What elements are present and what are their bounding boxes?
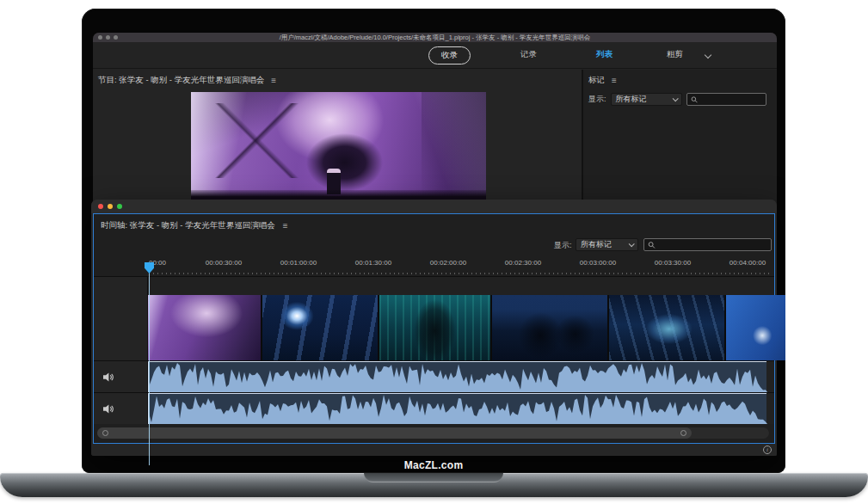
audio-track-2 [94,392,774,424]
window-controls [98,204,122,209]
timeline-window: 时间轴: 张学友 - 吻别 - 学友光年世界巡回演唱会 ≡ 显示: 所有标记 [91,200,777,456]
timeline-navigator-row [94,424,774,443]
timeline-status-bar: i [91,444,777,456]
audio-track-2-lane [148,393,774,424]
playhead-line [149,267,150,465]
panel-menu-icon[interactable]: ≡ [612,76,617,85]
video-track-header[interactable] [94,277,148,360]
zoom-handle-left[interactable] [102,430,108,436]
ruler-tick-label: 00:03:00:00 [580,259,616,267]
zoom-button[interactable] [117,204,122,209]
timeline-zoom-scrollbar[interactable] [97,427,769,439]
timeline-panel-title: 时间轴: 张学友 - 吻别 - 学友光年世界巡回演唱会 [101,220,275,231]
timeline-ruler[interactable]: 00:00 00:00:30:00 00:01:00:00 00:01:30:0… [94,255,774,276]
timeline-audio-clip[interactable] [148,393,766,424]
close-button[interactable] [98,204,103,209]
timeline-video-clip[interactable] [379,295,492,360]
speaker-icon[interactable] [103,372,115,382]
timeline-video-clip[interactable] [609,295,726,360]
laptop-screen: /用户/maczl/文稿/Adobe/Prelude/10.0/Projects… [82,9,785,473]
show-label: 显示: [554,240,572,251]
tab-ingest[interactable]: 收录 [428,46,471,65]
timeline-search-input[interactable] [659,241,767,249]
chevron-down-icon [629,241,635,247]
ruler-tick-label: 00:04:00:00 [729,259,766,267]
laptop-lid-notch [364,473,503,482]
singer-on-screen-graphic [306,133,383,193]
panel-menu-icon[interactable]: ≡ [271,76,276,85]
tab-rough-cut[interactable]: 粗剪 [667,49,683,60]
laptop-mockup: /用户/maczl/文稿/Adobe/Prelude/10.0/Projects… [0,0,868,504]
video-track [94,276,774,360]
brand-watermark: MacZL.com [82,459,785,471]
tab-list[interactable]: 列表 [596,49,613,60]
ruler-tick-label: 00:03:30:00 [655,259,691,267]
stage-shadow-graphic [422,92,486,200]
zoom-scrollbar-thumb[interactable] [97,427,692,439]
ruler-tick-label: 00:01:00:00 [280,259,317,267]
timeline-audio-clip[interactable] [148,361,766,392]
markers-panel-title: 标记 [588,75,605,86]
audio-track-1 [94,360,774,392]
ruler-tick-marks [149,273,771,274]
audio-track-1-header[interactable] [94,361,148,392]
timeline-window-titlebar[interactable] [91,200,777,213]
timeline-video-clip[interactable] [262,295,379,360]
timeline-search-box[interactable] [643,238,772,251]
chevron-down-icon [672,95,678,101]
video-track-lane [148,277,774,360]
audio-track-2-header[interactable] [94,393,148,424]
timeline-marker-filter-dropdown[interactable]: 所有标记 [576,238,638,251]
window-title: /用户/maczl/文稿/Adobe/Prelude/10.0/Projects… [93,34,777,42]
timeline-body: 00:00 00:00:30:00 00:01:00:00 00:01:30:0… [94,255,774,443]
marker-filter-dropdown[interactable]: 所有标记 [611,93,682,106]
ruler-tick-label: 00:01:30:00 [355,259,391,267]
speaker-icon[interactable] [103,404,115,414]
timeline-video-clip[interactable] [492,295,609,360]
marker-search-input[interactable] [701,95,762,104]
timeline-video-clip[interactable] [726,295,785,360]
search-icon [648,241,656,249]
main-window-titlebar: /用户/maczl/文稿/Adobe/Prelude/10.0/Projects… [93,33,777,42]
workspace-tab-bar: 收录 记录 列表 粗剪 [93,42,777,69]
chevron-down-icon[interactable] [705,52,711,58]
ruler-tick-label: 00:00:30:00 [206,259,242,267]
stage-front-graphic [191,190,486,200]
timeline-panel: 时间轴: 张学友 - 吻别 - 学友光年世界巡回演唱会 ≡ 显示: 所有标记 [93,213,775,444]
zoom-handle-right[interactable] [680,430,686,436]
program-panel-title: 节目: 张学友 - 吻别 - 学友光年世界巡回演唱会 [98,75,264,86]
ruler-tick-label: 00:02:30:00 [505,259,541,267]
timeline-video-clip[interactable] [148,295,262,360]
ruler-tick-label: 00:02:00:00 [430,259,466,267]
program-preview-video[interactable] [191,92,486,200]
panel-menu-icon[interactable]: ≡ [283,221,288,230]
tab-logging[interactable]: 记录 [520,49,537,60]
search-icon [691,95,699,104]
minimize-button[interactable] [108,204,113,209]
marker-search-box[interactable] [686,93,766,106]
show-label: 显示: [588,94,606,105]
stage-truss-graphic [214,103,303,179]
info-icon[interactable]: i [763,446,772,454]
audio-track-1-lane [148,361,774,392]
